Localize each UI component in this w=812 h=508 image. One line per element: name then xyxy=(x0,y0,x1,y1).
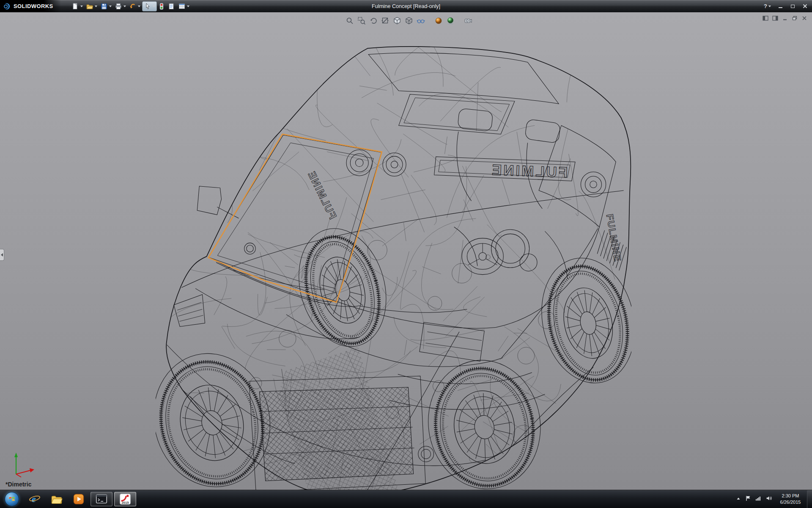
main-toolbar xyxy=(70,1,191,11)
undo-icon xyxy=(129,3,137,10)
display-style-button[interactable] xyxy=(404,16,414,26)
document-restore-button[interactable] xyxy=(791,15,798,21)
view-orientation-button[interactable] xyxy=(392,16,402,26)
graphics-area[interactable]: FULMINE FULMINE FULMINE *Dimetric xyxy=(0,12,812,490)
document-restore-icon xyxy=(792,16,797,21)
edit-appearance-button[interactable] xyxy=(433,16,444,26)
dropdown-caret-icon[interactable] xyxy=(109,6,112,7)
taskbar-internet-explorer[interactable]: e xyxy=(24,490,46,508)
windows-start-orb-icon xyxy=(5,492,19,506)
clock-time: 2:30 PM xyxy=(776,493,804,499)
glasses-icon xyxy=(417,17,425,25)
zoom-to-fit-button[interactable] xyxy=(345,16,355,26)
windows-taskbar: e 2015 xyxy=(0,490,812,508)
file-properties-icon xyxy=(167,3,175,10)
show-desktop-button[interactable] xyxy=(807,490,812,508)
print-button[interactable] xyxy=(113,1,127,11)
action-center-button[interactable] xyxy=(745,495,751,503)
document-minimize-button[interactable] xyxy=(782,15,788,21)
new-document-button[interactable] xyxy=(70,1,84,11)
minimize-icon xyxy=(779,7,782,8)
new-document-icon xyxy=(71,3,79,10)
folder-icon xyxy=(51,493,63,505)
view-orientation-label: *Dimetric xyxy=(5,481,31,488)
network-bars-icon xyxy=(755,495,762,501)
maximize-button[interactable] xyxy=(790,3,796,9)
svg-text:e: e xyxy=(32,494,36,504)
scene-ball-icon xyxy=(446,17,455,25)
front-grille-mesh xyxy=(259,346,413,500)
close-icon xyxy=(803,4,807,8)
rebuild-button[interactable] xyxy=(157,1,166,11)
taskbar-windows-explorer[interactable] xyxy=(46,490,68,508)
open-button[interactable] xyxy=(85,1,99,11)
volume-button[interactable] xyxy=(766,495,772,503)
solidworks-brand: SOLIDWORKS xyxy=(0,0,61,12)
view-settings-camera-icon xyxy=(464,17,472,25)
pane-toggle-right-button[interactable] xyxy=(772,15,779,21)
model-badge-side: FULMINE xyxy=(604,213,623,263)
start-button[interactable] xyxy=(0,490,24,508)
pane-toggle-left-button[interactable] xyxy=(762,15,769,21)
dropdown-caret-icon[interactable] xyxy=(95,6,97,7)
apply-scene-button[interactable] xyxy=(445,16,455,26)
select-tool-button[interactable] xyxy=(142,1,157,11)
document-minimize-icon xyxy=(782,16,787,21)
dropdown-caret-icon[interactable] xyxy=(153,6,155,7)
brand-name: SOLIDWORKS xyxy=(14,3,53,9)
network-button[interactable] xyxy=(755,495,762,503)
file-properties-button[interactable] xyxy=(166,1,176,11)
close-button[interactable] xyxy=(802,3,808,9)
pane-toggle-right-icon xyxy=(772,16,778,21)
model-badge-door: FULMINE xyxy=(306,169,339,221)
dropdown-caret-icon[interactable] xyxy=(80,6,83,7)
options-table-icon xyxy=(178,3,186,10)
undo-button[interactable] xyxy=(128,1,142,11)
previous-view-button[interactable] xyxy=(368,16,379,26)
help-label: ? xyxy=(764,3,767,9)
options-button[interactable] xyxy=(177,1,191,11)
zoom-to-fit-icon xyxy=(346,17,354,25)
zoom-to-area-icon xyxy=(357,17,366,25)
help-menu[interactable]: ? xyxy=(764,3,771,9)
chevron-left-icon xyxy=(1,253,3,257)
section-view-button[interactable] xyxy=(380,16,390,26)
open-folder-icon xyxy=(86,3,93,10)
heads-up-view-toolbar xyxy=(345,16,473,26)
dropdown-caret-icon[interactable] xyxy=(138,6,140,7)
hidden-icons-arrow-icon xyxy=(736,496,741,501)
volume-speaker-icon xyxy=(766,495,772,501)
solidworks-2015-icon: 2015 xyxy=(119,493,131,505)
car-wireframe-model[interactable]: FULMINE FULMINE FULMINE xyxy=(156,45,631,500)
minimize-button[interactable] xyxy=(777,3,783,9)
hide-show-items-button[interactable] xyxy=(416,16,426,26)
document-close-icon xyxy=(802,16,807,21)
taskbar-command-prompt[interactable] xyxy=(91,492,112,506)
save-button[interactable] xyxy=(99,1,113,11)
hidden-icons-button[interactable] xyxy=(736,495,741,503)
dropdown-caret-icon[interactable] xyxy=(187,6,189,7)
section-view-icon xyxy=(381,17,390,25)
taskbar-clock[interactable]: 2:30 PM 6/26/2015 xyxy=(776,493,804,505)
document-close-button[interactable] xyxy=(801,15,808,21)
window-titlebar[interactable]: SOLIDWORKS xyxy=(0,0,812,12)
save-icon xyxy=(100,3,108,10)
command-prompt-icon xyxy=(96,494,107,505)
view-settings-button[interactable] xyxy=(463,16,473,26)
featuremanager-collapse-tab[interactable] xyxy=(0,249,4,261)
taskbar-solidworks[interactable]: 2015 xyxy=(114,492,136,506)
maximize-icon xyxy=(791,5,795,8)
reference-triad xyxy=(10,450,37,478)
print-icon xyxy=(115,3,122,10)
select-cursor-icon xyxy=(144,3,151,10)
system-tray: 2:30 PM 6/26/2015 xyxy=(733,490,807,508)
model-canvas[interactable]: FULMINE FULMINE FULMINE xyxy=(156,45,631,500)
action-center-flag-icon xyxy=(745,495,751,501)
previous-view-icon xyxy=(369,17,378,25)
dropdown-caret-icon[interactable] xyxy=(123,6,126,7)
zoom-to-area-button[interactable] xyxy=(357,16,367,26)
dropdown-caret-icon[interactable] xyxy=(768,6,771,7)
solidworks-year-badge: 2015 xyxy=(122,501,129,505)
dassault-systemes-logo-icon xyxy=(3,2,11,11)
taskbar-media-player[interactable] xyxy=(68,490,90,508)
